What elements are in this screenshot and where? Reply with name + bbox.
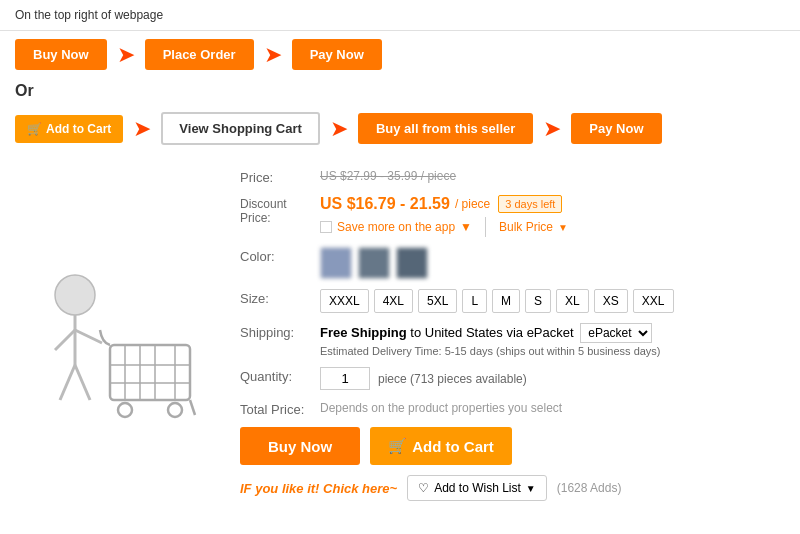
- size-row: Size: XXXL 4XL 5XL L M S XL XS XXL: [240, 289, 785, 313]
- cart-figure-svg: [20, 235, 220, 435]
- color-value: [320, 247, 785, 279]
- quantity-label: Quantity:: [240, 367, 320, 384]
- svg-point-8: [168, 403, 182, 417]
- arrow-2-icon: ➤: [264, 44, 282, 66]
- arrow-5-icon: ➤: [543, 118, 561, 140]
- main-content: Price: US $27.99 - 35.99 / piece Discoun…: [0, 153, 800, 516]
- cart-icon-main: 🛒: [388, 437, 407, 455]
- bulk-chevron-icon: ▼: [558, 222, 568, 233]
- add-to-cart-main-button[interactable]: 🛒 Add to Cart: [370, 427, 512, 465]
- product-image-area: [0, 163, 240, 506]
- buy-now-main-button[interactable]: Buy Now: [240, 427, 360, 465]
- discount-price: US $16.79 - 21.59: [320, 195, 450, 213]
- add-to-cart-small-label: Add to Cart: [46, 122, 111, 136]
- size-xxl[interactable]: XXL: [633, 289, 674, 313]
- if-you-like-text: IF you like it! Chick here~: [240, 481, 397, 496]
- cart-icon-small: 🛒: [27, 122, 42, 136]
- wishlist-btn-label: Add to Wish List: [434, 481, 521, 495]
- color-label: Color:: [240, 247, 320, 264]
- add-to-wishlist-button[interactable]: ♡ Add to Wish List ▼: [407, 475, 547, 501]
- free-shipping-text: Free Shipping: [320, 325, 407, 340]
- shipping-row: Shipping: Free Shipping to United States…: [240, 323, 785, 357]
- color-swatches: [320, 247, 785, 279]
- add-to-cart-main-label: Add to Cart: [412, 438, 494, 455]
- color-swatch-2[interactable]: [358, 247, 390, 279]
- size-4xl[interactable]: 4XL: [374, 289, 413, 313]
- discount-label: Discount Price:: [240, 195, 320, 225]
- color-swatch-3[interactable]: [396, 247, 428, 279]
- size-xl[interactable]: XL: [556, 289, 589, 313]
- price-unit: / piece: [455, 197, 490, 211]
- svg-line-9: [190, 400, 195, 415]
- top-banner-text: On the top right of webpage: [15, 8, 163, 22]
- view-shopping-cart-button[interactable]: View Shopping Cart: [161, 112, 320, 145]
- color-swatch-1[interactable]: [320, 247, 352, 279]
- wishlist-count: (1628 Adds): [557, 481, 622, 495]
- action-buttons: Buy Now 🛒 Add to Cart: [240, 427, 785, 465]
- save-more-row: Save more on the app ▼ Bulk Price ▼: [320, 217, 785, 237]
- svg-point-10: [55, 275, 95, 315]
- price-label: Price:: [240, 168, 320, 185]
- flow-row-2: 🛒 Add to Cart ➤ View Shopping Cart ➤ Buy…: [0, 104, 800, 153]
- or-label: Or: [0, 78, 800, 104]
- arrow-1-icon: ➤: [117, 44, 135, 66]
- svg-line-13: [55, 330, 75, 350]
- svg-point-7: [118, 403, 132, 417]
- pay-now-button-top[interactable]: Pay Now: [292, 39, 382, 70]
- save-more-text: Save more on the app: [337, 220, 455, 234]
- shipping-text: Free Shipping to United States via ePack…: [320, 323, 785, 343]
- svg-line-15: [60, 365, 75, 400]
- original-price: US $27.99 - 35.99 / piece: [320, 169, 456, 183]
- size-xxxl[interactable]: XXXL: [320, 289, 369, 313]
- shipping-dest-text: to United States via ePacket: [410, 325, 573, 340]
- product-details: Price: US $27.99 - 35.99 / piece Discoun…: [240, 163, 800, 506]
- total-price-label: Total Price:: [240, 400, 320, 417]
- place-order-button[interactable]: Place Order: [145, 39, 254, 70]
- heart-icon: ♡: [418, 481, 429, 495]
- size-value: XXXL 4XL 5XL L M S XL XS XXL: [320, 289, 785, 313]
- arrow-4-icon: ➤: [330, 118, 348, 140]
- top-banner: On the top right of webpage: [0, 0, 800, 31]
- add-to-cart-small-button[interactable]: 🛒 Add to Cart: [15, 115, 123, 143]
- svg-line-12: [75, 330, 102, 343]
- shipping-value: Free Shipping to United States via ePack…: [320, 323, 785, 357]
- bulk-price-text: Bulk Price: [499, 220, 553, 234]
- total-price-value: Depends on the product properties you se…: [320, 400, 785, 415]
- color-row: Color:: [240, 247, 785, 279]
- flow-row-1: Buy Now ➤ Place Order ➤ Pay Now: [0, 31, 800, 78]
- size-s[interactable]: S: [525, 289, 551, 313]
- price-row: Price: US $27.99 - 35.99 / piece: [240, 168, 785, 185]
- separator: [485, 217, 486, 237]
- size-buttons: XXXL 4XL 5XL L M S XL XS XXL: [320, 289, 785, 313]
- shipping-select[interactable]: ePacket: [580, 323, 652, 343]
- discount-value: US $16.79 - 21.59 / piece 3 days left Sa…: [320, 195, 785, 237]
- buy-now-button-top[interactable]: Buy Now: [15, 39, 107, 70]
- total-price-text: Depends on the product properties you se…: [320, 401, 562, 415]
- size-m[interactable]: M: [492, 289, 520, 313]
- size-xs[interactable]: XS: [594, 289, 628, 313]
- price-value: US $27.99 - 35.99 / piece: [320, 168, 785, 183]
- pay-now-button-flow2[interactable]: Pay Now: [571, 113, 661, 144]
- svg-line-14: [75, 365, 90, 400]
- chevron-down-icon: ▼: [460, 220, 472, 234]
- discount-row: Discount Price: US $16.79 - 21.59 / piec…: [240, 195, 785, 237]
- arrow-3-icon: ➤: [133, 118, 151, 140]
- days-left-badge: 3 days left: [498, 195, 562, 213]
- size-5xl[interactable]: 5XL: [418, 289, 457, 313]
- wishlist-chevron-icon: ▼: [526, 483, 536, 494]
- quantity-row: Quantity: piece (713 pieces available): [240, 367, 785, 390]
- buy-all-seller-button[interactable]: Buy all from this seller: [358, 113, 533, 144]
- size-l[interactable]: L: [462, 289, 487, 313]
- save-checkbox[interactable]: [320, 221, 332, 233]
- total-price-row: Total Price: Depends on the product prop…: [240, 400, 785, 417]
- size-label: Size:: [240, 289, 320, 306]
- quantity-value-area: piece (713 pieces available): [320, 367, 785, 390]
- quantity-available-text: piece (713 pieces available): [378, 372, 527, 386]
- shipping-label: Shipping:: [240, 323, 320, 340]
- svg-rect-0: [110, 345, 190, 400]
- wishlist-row: IF you like it! Chick here~ ♡ Add to Wis…: [240, 475, 785, 501]
- quantity-input[interactable]: [320, 367, 370, 390]
- delivery-time-text: Estimated Delivery Time: 5-15 days (ship…: [320, 345, 785, 357]
